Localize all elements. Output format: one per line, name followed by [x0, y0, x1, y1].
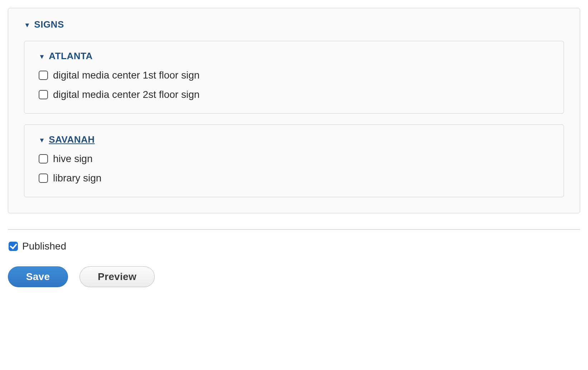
signs-panel: ▼ SIGNS ▼ ATLANTA digital media center 1…: [8, 8, 580, 213]
save-button-label: Save: [26, 271, 50, 283]
divider: [8, 229, 580, 230]
chevron-down-icon: ▼: [39, 137, 45, 143]
sign-item-label: library sign: [53, 172, 101, 184]
sign-item-checkbox[interactable]: [39, 174, 48, 183]
sign-item-label: digital media center 2st floor sign: [53, 89, 199, 100]
group-atlanta-toggle[interactable]: ▼ ATLANTA: [39, 51, 549, 62]
preview-button[interactable]: Preview: [79, 266, 155, 287]
sign-item: library sign: [39, 172, 549, 184]
sign-item-checkbox[interactable]: [39, 154, 48, 163]
chevron-down-icon: ▼: [24, 22, 30, 28]
published-row: Published: [9, 241, 580, 252]
group-atlanta-label: ATLANTA: [49, 51, 92, 62]
sign-item: digital media center 2st floor sign: [39, 89, 549, 100]
signs-toggle[interactable]: ▼ SIGNS: [24, 19, 564, 30]
save-button[interactable]: Save: [8, 266, 68, 287]
group-savanah-label: SAVANAH: [49, 134, 95, 145]
sign-item-label: digital media center 1st floor sign: [53, 70, 199, 81]
sign-item-checkbox[interactable]: [39, 90, 48, 99]
sign-item: hive sign: [39, 153, 549, 165]
group-atlanta-panel: ▼ ATLANTA digital media center 1st floor…: [24, 41, 564, 114]
published-label: Published: [22, 241, 66, 252]
preview-button-label: Preview: [98, 271, 136, 283]
signs-header-label: SIGNS: [34, 19, 64, 30]
button-row: Save Preview: [8, 266, 580, 287]
group-savanah-panel: ▼ SAVANAH hive sign library sign: [24, 124, 564, 197]
sign-item-checkbox[interactable]: [39, 71, 48, 80]
group-savanah-toggle[interactable]: ▼ SAVANAH: [39, 134, 549, 145]
chevron-down-icon: ▼: [39, 53, 45, 60]
sign-item: digital media center 1st floor sign: [39, 70, 549, 81]
sign-item-label: hive sign: [53, 153, 93, 165]
published-checkbox[interactable]: [9, 242, 18, 251]
